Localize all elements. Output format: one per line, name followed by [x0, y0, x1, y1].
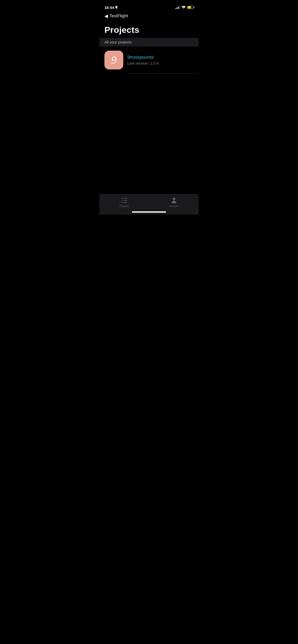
status-icons: [175, 6, 194, 9]
back-label: TestFlight: [110, 13, 128, 19]
project-icon: 9: [104, 51, 123, 69]
tab-account[interactable]: Account: [149, 197, 199, 208]
svg-point-0: [183, 8, 184, 9]
projects-tab-label: Projects: [119, 205, 129, 208]
project-list: 9 9moispourtoi Last version: 1.0.4: [99, 47, 199, 194]
back-button[interactable]: ◀ TestFlight: [104, 13, 194, 19]
location-icon: [115, 6, 118, 9]
account-tab-icon: [171, 197, 177, 204]
project-divider: [127, 74, 199, 74]
section-header: All your projects: [99, 38, 199, 47]
signal-icon: [175, 6, 180, 9]
section-title: All your projects: [104, 40, 132, 44]
home-indicator: [132, 211, 166, 213]
project-icon-number: 9: [111, 54, 117, 66]
tab-projects[interactable]: Projects: [99, 197, 149, 208]
page-title: Projects: [104, 25, 194, 35]
back-nav: ◀ TestFlight: [99, 12, 199, 21]
account-tab-label: Account: [169, 205, 178, 208]
battery-icon: [187, 6, 194, 9]
project-version: Last version: 1.0.4: [127, 61, 194, 65]
wifi-icon: [182, 6, 186, 9]
project-info: 9moispourtoi Last version: 1.0.4: [127, 55, 194, 65]
person-icon: [172, 198, 176, 203]
project-name: 9moispourtoi: [127, 55, 194, 60]
status-bar: 16:54: [99, 0, 199, 12]
project-item[interactable]: 9 9moispourtoi Last version: 1.0.4: [99, 47, 199, 74]
page-header: Projects: [99, 21, 199, 38]
status-time: 16:54: [104, 5, 118, 10]
projects-tab-icon: [121, 197, 128, 204]
list-icon: [121, 198, 127, 203]
back-chevron-icon: ◀: [104, 13, 108, 19]
